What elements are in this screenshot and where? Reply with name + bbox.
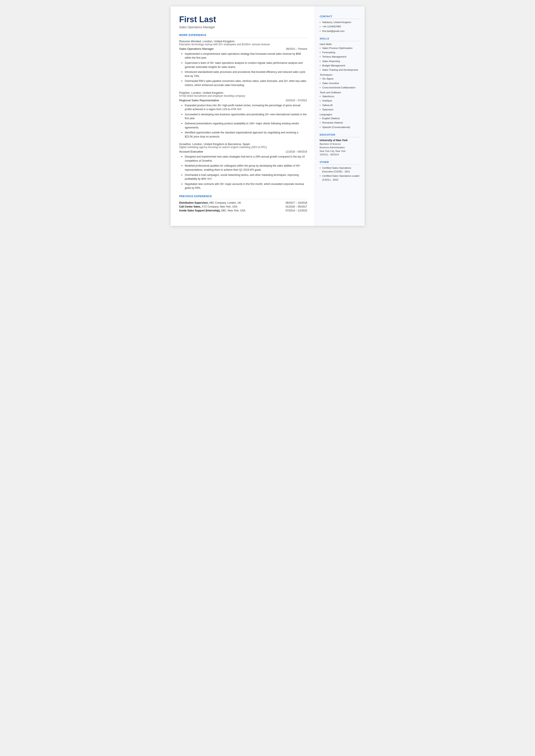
techniques-list: Six Sigma Sales Incentive Cross-function… [320,77,360,90]
table-row: Inside Sales Support (Internship), ABC, … [179,209,307,212]
role-dates-1: 08/2021 – Present [286,47,307,50]
company-block-2: Polyhire, London, United Kingdom NYSE-li… [179,91,307,139]
hard-skills-list: Sales Process Optimization Forecasting T… [320,46,360,72]
contact-list: Salisbury, United Kingdom +44 1234567890… [320,20,360,33]
edu-school-0: University of New York [320,139,360,142]
skills-section: SKILLS Hard Skills: Sales Process Optimi… [320,37,360,129]
role-row-2: Regional Sales Representative 10/2019 – … [179,99,307,102]
role-row-1: Sales Operations Manager 08/2021 – Prese… [179,47,307,50]
tool-1: HubSpot [320,99,360,102]
main-content: First Last Sales Operations Manager WORK… [171,7,315,226]
other-section-title: OTHER [320,161,360,165]
hard-skill-5: Sales Training and Development [320,68,360,72]
bullet-2-4: Identified opportunities outside the sta… [182,130,307,139]
candidate-name: First Last [179,15,307,24]
bullet-list-3: Designed and implemented new sales strat… [179,155,307,190]
bullet-1-4: Overhauled RW's sales pipeline conversio… [182,79,307,87]
technique-0: Six Sigma [320,77,360,81]
candidate-job-title: Sales Operations Manager [179,25,307,29]
company-block-1: Resume Worded, London, United Kingdom Ed… [179,40,307,87]
previous-experience-title: PREVIOUS EXPERIENCE [179,195,307,199]
edu-degree-text: Bachelor of Science [320,143,341,145]
languages-list: English (Native) Romanian (Native) Spani… [320,117,360,129]
other-list: Certified Sales Operations Executive (CS… [320,166,360,182]
prev-bold-1: Distribution Supervisor, [179,201,209,204]
contact-section-title: CONTACT [320,15,360,19]
prev-bold-2: Call Center Sales, [179,205,201,208]
tool-0: Salesforce, [320,95,360,98]
other-item-0: Certified Sales Operations Executive (CS… [320,166,360,174]
education-section: EDUCATION University of New York Bachelo… [320,133,360,156]
edu-dates-text: 10/2011 - 06/2014 [320,153,339,156]
hard-skills-label: Hard Skills: [320,43,360,45]
languages-label: Languages: [320,113,360,116]
bullet-1-3: Introduced standardized sales processes … [182,70,307,78]
sidebar: CONTACT Salisbury, United Kingdom +44 12… [315,7,365,226]
prev-dates-1: 06/2017 – 10/2018 [256,201,307,205]
work-experience-section: WORK EXPERIENCE Resume Worded, London, U… [179,34,307,190]
tools-label: Tools and Software: [320,91,360,94]
contact-section: CONTACT Salisbury, United Kingdom +44 12… [320,15,360,33]
role-dates-3: 11/2018 – 09/2019 [286,150,307,153]
contact-item-2: first.last@gmail.com [320,29,360,33]
role-title-2: Regional Sales Representative [179,99,219,102]
resume-container: First Last Sales Operations Manager WORK… [171,7,365,226]
hard-skill-3: Sales Reporting [320,60,360,63]
company-rest-3: London, United Kingdom & Barcelona, Spai… [191,142,250,146]
bullet-1-2: Supervised a team of 30+ sales operation… [182,61,307,69]
bullet-3-4: Negotiated new contracts with 30+ major … [182,182,307,190]
role-title-1: Sales Operations Manager [179,47,214,50]
other-section: OTHER Certified Sales Operations Executi… [320,161,360,182]
company-desc-2: NYSE-listed recruitment and employer bra… [179,95,307,98]
prev-dates-2: 01/2016 – 05/2017 [256,205,307,209]
edu-block-0: University of New York Bachelor of Scien… [320,139,360,156]
prev-dates-3: 07/2014 – 12/2015 [256,209,307,212]
contact-item-1: +44 1234567890 [320,25,360,28]
role-dates-2: 10/2019 – 07/2021 [286,99,307,102]
prev-rest-2: XYZ Company, New York, USA [201,205,238,208]
prev-role-3: Inside Sales Support (Internship), ABC, … [179,209,256,212]
edu-location-text: New York City, New York [320,150,346,153]
contact-item-0: Salisbury, United Kingdom [320,20,360,24]
edu-degree-0: Bachelor of Science Business Administrat… [320,142,360,156]
edu-field-text: Business Administration [320,146,345,149]
role-row-3: Account Executive 11/2018 – 09/2019 [179,150,307,153]
bullet-list-2: Expanded product lines into 30+ high-pro… [179,103,307,139]
company-name-2: Polyhire, London, United Kingdom [179,91,307,95]
company-bold-2: Polyhire, [179,91,191,95]
education-section-title: EDUCATION [320,133,360,137]
prev-role-1: Distribution Supervisor, ABC Company, Lo… [179,201,256,205]
tool-3: Optymyze [320,108,360,111]
company-name-3: Growthsi, London, United Kingdom & Barce… [179,142,307,146]
other-item-1: Certified Sales Operations Leader (CSOL)… [320,174,360,182]
bullet-3-3: Overhauled e-mail campaigns, social netw… [182,173,307,181]
work-experience-title: WORK EXPERIENCE [179,34,307,38]
prev-rest-3: ABC, New York, USA [220,209,245,212]
company-name-1: Resume Worded, London, United Kingdom [179,40,307,43]
skills-section-title: SKILLS [320,37,360,41]
bullet-2-3: Delivered presentations regarding produc… [182,122,307,129]
company-desc-1: Education technology startup with 50+ em… [179,43,307,46]
hard-skill-2: Territory Management [320,55,360,59]
company-desc-3: Digital marketing agency focusing on sea… [179,146,307,149]
bullet-2-1: Expanded product lines into 30+ high-pro… [182,103,307,111]
tool-2: SalesLoft [320,103,360,107]
lang-0: English (Native) [320,117,360,120]
table-row: Call Center Sales, XYZ Company, New York… [179,205,307,209]
technique-2: Cross-functional Collaboration [320,86,360,90]
lang-1: Romanian (Native) [320,121,360,125]
company-block-3: Growthsi, London, United Kingdom & Barce… [179,142,307,190]
bullet-1-1: Implemented a comprehensive sales operat… [182,52,307,60]
prev-rest-1: ABC Company, London, UK [209,201,241,204]
prev-bold-3: Inside Sales Support (Internship), [179,209,220,212]
company-rest-1: London, United Kingdom [202,40,235,43]
bullet-3-2: Modeled professional qualities for colle… [182,164,307,172]
role-title-3: Account Executive [179,150,203,153]
technique-1: Sales Incentive [320,81,360,85]
company-bold-3: Growthsi, [179,142,191,146]
company-rest-2: London, United Kingdom [190,91,223,95]
previous-experience-section: PREVIOUS EXPERIENCE Distribution Supervi… [179,195,307,212]
hard-skill-1: Forecasting [320,51,360,54]
company-bold-1: Resume Worded, [179,40,202,43]
bullet-list-1: Implemented a comprehensive sales operat… [179,52,307,87]
